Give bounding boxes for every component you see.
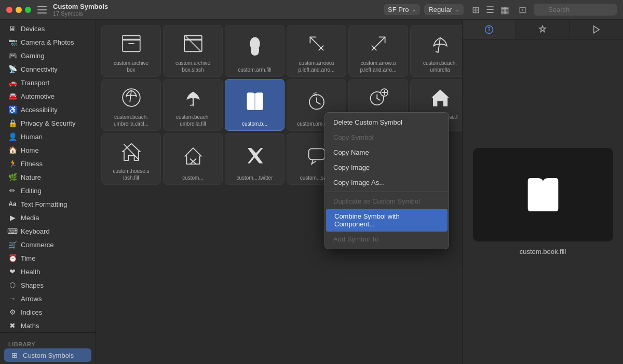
sidebar-item-gaming[interactable]: 🎮 Gaming	[2, 49, 93, 62]
sidebar-item-arrows[interactable]: → Arrows	[2, 292, 93, 305]
svg-marker-30	[594, 26, 600, 33]
ctx-combine-symbol[interactable]: Combine Symbol with Component...	[326, 209, 448, 232]
grid-view-button[interactable]: ⊞	[470, 3, 482, 17]
tab-info[interactable]	[463, 20, 516, 39]
symbol-cell-arm-fill[interactable]: custom.arm.fill	[225, 25, 285, 77]
svg-rect-11	[192, 92, 193, 106]
sidebar-item-connectivity[interactable]: 📡 Connectivity	[2, 62, 93, 76]
sidebar-item-transport[interactable]: 🚗 Transport	[2, 76, 93, 89]
connectivity-icon: 📡	[8, 65, 17, 73]
sidebar-item-automotive[interactable]: 🚘 Automotive	[2, 89, 93, 103]
svg-line-19	[377, 98, 380, 100]
add-library-button[interactable]: +	[2, 362, 20, 364]
svg-line-5	[186, 36, 200, 51]
house-x-label: custom...	[182, 174, 204, 181]
symbol-cell-arrow-up-left1[interactable]: custom.arrow.up.left.and.arro...	[287, 25, 346, 77]
preview-label: custom.book.fill	[520, 248, 566, 255]
sidebar-item-home[interactable]: 🏠 Home	[2, 143, 93, 157]
archive-box-icon	[104, 30, 158, 58]
symbol-cell-archive-box-slash[interactable]: custom.archivebox.slash	[163, 25, 223, 77]
symbol-cell-archive-box[interactable]: custom.archivebox	[101, 25, 161, 77]
indices-icon: ⚙	[8, 308, 17, 316]
symbol-cell-beach-umbrella-circ[interactable]: custom.beach.umbrella.circl...	[101, 79, 161, 131]
sidebar-item-time[interactable]: ⏰ Time	[2, 251, 93, 265]
tab-play[interactable]	[570, 20, 623, 39]
split-view-button[interactable]: ⊡	[516, 3, 530, 17]
title-bar: Custom Symbols 17 Symbols SF Pro ⌄ Regul…	[0, 0, 623, 20]
sidebar-item-maths[interactable]: ✖ Maths	[2, 319, 93, 332]
commerce-icon: 🛒	[8, 240, 17, 249]
sidebar-item-human[interactable]: 👤 Human	[2, 130, 93, 143]
transport-icon: 🚗	[8, 78, 17, 87]
sidebar-item-shapes[interactable]: ⬡ Shapes	[2, 278, 93, 292]
main-layout: 🖥 Devices 📷 Camera & Photos 🎮 Gaming 📡 C…	[0, 20, 623, 364]
time-icon: ⏰	[8, 254, 17, 262]
camera-icon: 📷	[8, 38, 17, 46]
symbol-cell-twitter[interactable]: custom....twitter	[225, 133, 285, 185]
arrow-up-left1-label: custom.arrow.up.left.and.arro...	[298, 60, 334, 73]
sidebar-item-health[interactable]: ❤ Health	[2, 265, 93, 278]
ctx-delete-symbol[interactable]: Delete Custom Symbol	[325, 115, 449, 130]
gallery-view-button[interactable]: ▦	[498, 3, 511, 17]
library-section-label: Library	[2, 337, 93, 348]
arm-fill-label: custom.arm.fill	[238, 66, 271, 73]
svg-rect-0	[123, 39, 140, 52]
house-x-icon	[166, 138, 220, 172]
sidebar-item-indices[interactable]: ⚙ Indices	[2, 305, 93, 319]
sidebar-item-text-formatting[interactable]: Aa Text Formatting	[2, 197, 93, 211]
maths-icon: ✖	[8, 321, 17, 330]
sidebar-item-media[interactable]: ▶ Media	[2, 211, 93, 224]
custom-symbols-library-item[interactable]: ⊞ Custom Symbols	[4, 348, 91, 362]
fitness-icon: 🏃	[8, 159, 17, 168]
arrow-up-left1-icon	[289, 30, 344, 58]
symbol-cell-beach-umbrella[interactable]: custom.beach.umbrella	[410, 25, 462, 77]
sidebar-item-fitness[interactable]: 🏃 Fitness	[2, 157, 93, 170]
house-slash-fill-icon	[104, 138, 158, 166]
ctx-copy-name[interactable]: Copy Name	[325, 145, 449, 160]
beach-umbrella-icon	[413, 30, 462, 58]
svg-rect-26	[308, 149, 324, 159]
privacy-icon: 🔒	[8, 119, 17, 127]
ctx-copy-image-as[interactable]: Copy Image As...	[325, 175, 449, 190]
beach-umbrella-circ-icon	[104, 84, 158, 112]
sidebar-item-commerce[interactable]: 🛒 Commerce	[2, 238, 93, 251]
list-view-button[interactable]: ☰	[484, 3, 496, 17]
human-icon: 👤	[8, 132, 17, 141]
font-name-selector[interactable]: SF Pro ⌄	[384, 4, 420, 15]
svg-line-23	[124, 144, 139, 159]
traffic-lights[interactable]	[6, 7, 31, 13]
beach-umbrella-circ-label: custom.beach.umbrella.circl...	[114, 114, 148, 127]
sidebar-item-nature[interactable]: 🌿 Nature	[2, 170, 93, 184]
automotive-icon: 🚘	[8, 92, 17, 100]
search-input[interactable]	[534, 4, 617, 16]
sidebar-item-camera[interactable]: 📷 Camera & Photos	[2, 35, 93, 49]
symbol-cell-book-fill[interactable]: custom.b...	[225, 79, 285, 131]
sidebar-item-devices[interactable]: 🖥 Devices	[2, 22, 93, 35]
twitter-icon	[227, 138, 282, 172]
accessibility-icon: ♿	[8, 105, 17, 114]
close-button[interactable]	[6, 7, 12, 13]
ctx-divider-1	[325, 192, 449, 192]
symbol-cell-beach-umbrella-fill[interactable]: custom.beach.umbrella.fill	[163, 79, 223, 131]
house-slash-fill-label: custom.house.slash.fill	[113, 168, 149, 181]
symbol-cell-arrow-up-left2[interactable]: custom.arrow.up.left.and.arro...	[348, 25, 408, 77]
symbol-cell-house-x[interactable]: custom...	[163, 133, 223, 185]
sidebar-item-keyboard[interactable]: ⌨ Keyboard	[2, 224, 93, 238]
window-subtitle: 17 Symbols	[53, 10, 108, 17]
custom-symbols-icon: ⊞	[10, 351, 19, 359]
sidebar-toggle-button[interactable]	[37, 6, 47, 14]
sidebar-bottom: Library ⊞ Custom Symbols +	[0, 332, 96, 364]
svg-line-15	[317, 102, 320, 104]
tab-template[interactable]	[516, 20, 570, 39]
arrow-up-left2-label: custom.arrow.up.left.and.arro...	[360, 60, 396, 73]
ctx-copy-image[interactable]: Copy Image	[325, 160, 449, 175]
font-weight-selector[interactable]: Regular ⌄	[424, 4, 464, 15]
minimize-button[interactable]	[16, 7, 22, 13]
sidebar-item-editing[interactable]: ✏ Editing	[2, 184, 93, 197]
sidebar-item-accessibility[interactable]: ♿ Accessibility	[2, 103, 93, 116]
symbol-cell-house-slash-fill[interactable]: custom.house.slash.fill	[101, 133, 161, 185]
view-buttons: ⊞ ☰ ▦	[470, 3, 511, 17]
sidebar-item-privacy[interactable]: 🔒 Privacy & Security	[2, 116, 93, 130]
beach-umbrella-label: custom.beach.umbrella	[423, 60, 457, 73]
maximize-button[interactable]	[25, 7, 31, 13]
